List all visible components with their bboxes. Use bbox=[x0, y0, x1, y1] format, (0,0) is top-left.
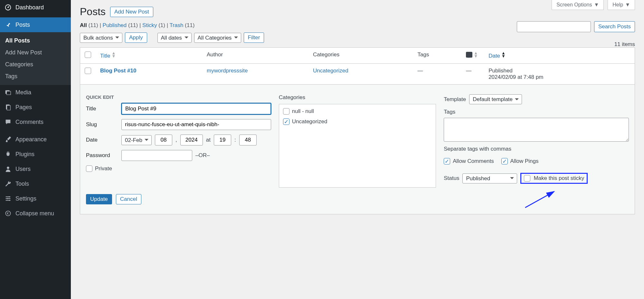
filter-button[interactable]: Filter bbox=[244, 33, 264, 43]
qe-minute-input[interactable] bbox=[239, 135, 257, 145]
qe-password-label: Password bbox=[86, 152, 118, 159]
comments-column-icon[interactable] bbox=[466, 52, 472, 58]
filter-trash-count: (11) bbox=[185, 22, 194, 28]
sidebar-item-posts[interactable]: Posts bbox=[0, 17, 71, 32]
date-filter-select[interactable]: All dates bbox=[157, 33, 192, 43]
svg-rect-3 bbox=[6, 91, 11, 95]
qe-month-select[interactable]: 02-Feb bbox=[121, 135, 152, 145]
sidebar-item-plugins[interactable]: Plugins bbox=[0, 147, 71, 162]
row-checkbox[interactable] bbox=[85, 68, 91, 74]
row-title-link[interactable]: Blog Post #10 bbox=[100, 68, 136, 74]
qe-hour-input[interactable] bbox=[214, 135, 231, 145]
qe-slug-input[interactable] bbox=[121, 119, 271, 130]
sidebar-label-dashboard: Dashboard bbox=[15, 4, 44, 11]
sidebar-label-comments: Comments bbox=[15, 119, 43, 126]
sidebar-item-dashboard[interactable]: Dashboard bbox=[0, 0, 71, 15]
filter-sticky[interactable]: Sticky bbox=[142, 22, 157, 28]
sidebar-sub-categories[interactable]: Categories bbox=[0, 59, 71, 70]
qe-year-input[interactable] bbox=[180, 135, 203, 145]
dashboard-icon bbox=[5, 4, 12, 11]
table-row: Blog Post #10 mywordpresssite Uncategori… bbox=[80, 64, 635, 85]
qe-status-label: Status bbox=[444, 175, 459, 182]
qe-allow-comments-checkbox[interactable]: ✓ bbox=[444, 158, 450, 164]
filter-all-count: (11) bbox=[88, 22, 98, 28]
column-categories: Categories bbox=[308, 48, 413, 64]
column-title[interactable]: Title bbox=[100, 53, 110, 59]
sidebar-label-media: Media bbox=[15, 89, 31, 96]
sidebar-sub-all-posts[interactable]: All Posts bbox=[0, 35, 71, 47]
pin-icon bbox=[5, 21, 12, 28]
qe-sticky-checkbox[interactable] bbox=[524, 175, 530, 182]
row-author-link[interactable]: mywordpresssite bbox=[207, 68, 248, 74]
sort-icon: ▲▼ bbox=[474, 51, 478, 58]
qe-categories-label: Categories bbox=[279, 94, 436, 101]
sidebar-label-settings: Settings bbox=[15, 195, 36, 202]
admin-sidebar: Dashboard Posts All Posts Add New Post C… bbox=[0, 0, 71, 299]
screen-options-tab[interactable]: Screen Options ▼ bbox=[552, 0, 604, 10]
qe-cat2-label: Uncategorized bbox=[292, 118, 327, 125]
add-new-post-button[interactable]: Add New Post bbox=[110, 7, 153, 17]
column-tags: Tags bbox=[413, 48, 461, 64]
quick-edit-heading: QUICK EDIT bbox=[86, 94, 271, 100]
qe-cat2-checkbox[interactable]: ✓ bbox=[283, 118, 289, 125]
svg-point-9 bbox=[9, 200, 11, 201]
sidebar-item-tools[interactable]: Tools bbox=[0, 176, 71, 191]
qe-update-button[interactable]: Update bbox=[86, 194, 112, 204]
select-all-checkbox[interactable] bbox=[85, 51, 91, 58]
sidebar-label-collapse: Collapse menu bbox=[15, 210, 54, 217]
help-label: Help bbox=[612, 2, 623, 8]
row-tags: — bbox=[413, 64, 461, 85]
row-comments: — bbox=[461, 64, 484, 85]
sidebar-item-media[interactable]: Media bbox=[0, 85, 71, 100]
search-posts-button[interactable]: Search Posts bbox=[594, 21, 635, 32]
column-author: Author bbox=[202, 48, 308, 64]
row-category-link[interactable]: Uncategorized bbox=[313, 68, 348, 74]
chevron-down-icon: ▼ bbox=[625, 2, 630, 8]
filter-published[interactable]: Published bbox=[103, 22, 127, 28]
category-filter-select[interactable]: All Categories bbox=[194, 33, 241, 43]
plug-icon bbox=[5, 151, 12, 158]
qe-tags-textarea[interactable] bbox=[444, 118, 629, 142]
svg-rect-5 bbox=[7, 106, 10, 110]
qe-allow-comments-label: Allow Comments bbox=[453, 158, 494, 164]
sidebar-sub-add-new[interactable]: Add New Post bbox=[0, 47, 71, 59]
page-title: Posts bbox=[80, 6, 106, 18]
sidebar-item-settings[interactable]: Settings bbox=[0, 191, 71, 206]
apply-button[interactable]: Apply bbox=[125, 33, 147, 43]
qe-day-input[interactable] bbox=[155, 135, 172, 145]
qe-allow-pings-label: Allow Pings bbox=[510, 158, 539, 164]
qe-status-select[interactable]: Published bbox=[462, 173, 517, 183]
user-icon bbox=[5, 165, 12, 173]
filter-trash[interactable]: Trash bbox=[170, 22, 184, 28]
items-count: 11 items bbox=[614, 41, 635, 48]
sidebar-sub-tags[interactable]: Tags bbox=[0, 70, 71, 82]
help-tab[interactable]: Help ▼ bbox=[608, 0, 635, 10]
media-icon bbox=[5, 89, 12, 96]
sidebar-item-users[interactable]: Users bbox=[0, 162, 71, 176]
qe-title-input[interactable] bbox=[121, 103, 271, 115]
chevron-down-icon: ▼ bbox=[594, 2, 599, 8]
bulk-actions-select[interactable]: Bulk actions bbox=[80, 33, 122, 43]
qe-categories-box: null - null ✓ Uncategorized bbox=[279, 104, 436, 188]
qe-cat1-checkbox[interactable] bbox=[283, 108, 289, 115]
column-date[interactable]: Date bbox=[488, 53, 500, 59]
qe-or-label: –OR– bbox=[195, 152, 210, 159]
search-input[interactable] bbox=[517, 21, 591, 32]
sidebar-item-comments[interactable]: Comments bbox=[0, 115, 71, 129]
qe-template-select[interactable]: Default template bbox=[469, 94, 522, 104]
svg-line-11 bbox=[525, 192, 554, 208]
filter-all[interactable]: All bbox=[80, 22, 87, 28]
qe-tags-label: Tags bbox=[444, 109, 629, 115]
brush-icon bbox=[5, 136, 12, 143]
sidebar-label-posts: Posts bbox=[15, 22, 30, 28]
qe-password-input[interactable] bbox=[121, 150, 192, 161]
sidebar-item-pages[interactable]: Pages bbox=[0, 100, 71, 115]
sidebar-collapse[interactable]: Collapse menu bbox=[0, 206, 71, 221]
qe-private-checkbox[interactable] bbox=[86, 165, 92, 172]
sidebar-label-users: Users bbox=[15, 166, 31, 173]
sidebar-label-appearance: Appearance bbox=[15, 136, 47, 143]
sidebar-item-appearance[interactable]: Appearance bbox=[0, 132, 71, 147]
qe-cancel-button[interactable]: Cancel bbox=[116, 194, 141, 204]
qe-allow-pings-checkbox[interactable]: ✓ bbox=[501, 158, 508, 164]
quick-edit-row: QUICK EDIT Title Slug D bbox=[80, 85, 635, 214]
